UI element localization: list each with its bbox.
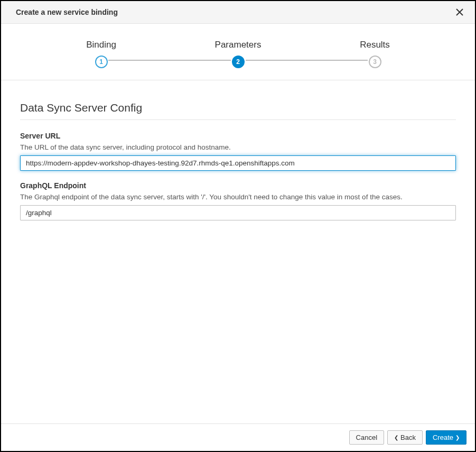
chevron-left-icon: ❮ — [394, 435, 398, 440]
step-connector — [246, 60, 368, 61]
back-button-label: Back — [400, 433, 416, 441]
modal-title: Create a new service binding — [16, 8, 118, 16]
create-button-label: Create — [433, 433, 453, 441]
server-url-input[interactable] — [20, 155, 456, 171]
chevron-right-icon: ❯ — [455, 435, 460, 440]
step-circle: 2 — [232, 56, 245, 68]
step-label: Parameters — [215, 40, 262, 50]
server-url-label: Server URL — [20, 132, 456, 140]
step-label: Results — [360, 40, 390, 50]
step-circle: 1 — [95, 56, 108, 68]
modal-body: Data Sync Server Config Server URL The U… — [1, 80, 475, 423]
step-parameters[interactable]: Parameters 2 — [170, 40, 306, 68]
back-button[interactable]: ❮ Back — [387, 430, 423, 445]
form-group-graphql: GraphQL Endpoint The Graphql endpoint of… — [20, 181, 456, 220]
step-connector — [108, 60, 230, 61]
modal-header: Create a new service binding — [1, 1, 475, 24]
server-url-hint: The URL of the data sync server, includi… — [20, 143, 456, 151]
graphql-input[interactable] — [20, 205, 456, 220]
close-icon[interactable] — [455, 7, 464, 17]
form-group-server-url: Server URL The URL of the data sync serv… — [20, 132, 456, 171]
step-label: Binding — [86, 40, 116, 50]
graphql-label: GraphQL Endpoint — [20, 181, 456, 190]
graphql-hint: The Graphql endpoint of the data sync se… — [20, 193, 456, 201]
section-title: Data Sync Server Config — [20, 102, 456, 120]
cancel-button[interactable]: Cancel — [349, 430, 384, 445]
step-binding[interactable]: Binding 1 — [33, 40, 170, 68]
modal-footer: Cancel ❮ Back Create ❯ — [1, 423, 475, 451]
step-results[interactable]: Results 3 — [306, 40, 443, 68]
create-button[interactable]: Create ❯ — [426, 430, 466, 445]
wizard-steps: Binding 1 Parameters 2 Results 3 — [1, 24, 475, 80]
step-circle: 3 — [369, 56, 381, 68]
